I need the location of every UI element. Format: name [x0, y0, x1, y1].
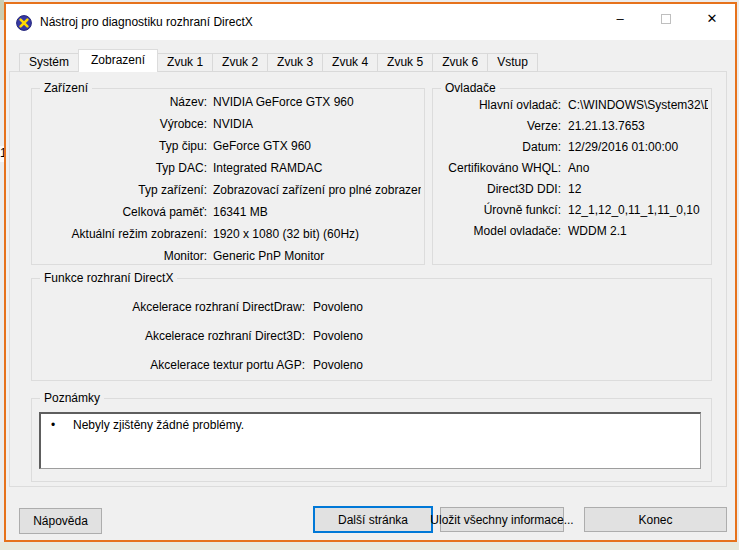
tab-system[interactable]: Systém [19, 53, 79, 72]
field-label: Monitor: [33, 249, 207, 264]
background-bottom-strip [0, 542, 739, 550]
field-label: Akcelerace rozhraní DirectDraw: [33, 300, 305, 315]
notes-groupbox: Poznámky • Nebyly zjištěny žádné problém… [31, 398, 712, 482]
field-label: Model ovladače: [434, 224, 561, 239]
features-rows: Akcelerace rozhraní DirectDraw:Povoleno … [33, 300, 710, 387]
device-row: Typ čipu:GeForce GTX 960 [33, 139, 423, 161]
field-value: C:\WINDOWS\System32\D [568, 98, 708, 113]
field-label: Výrobce: [33, 117, 207, 132]
field-value: 1920 x 1080 (32 bit) (60Hz) [213, 227, 421, 242]
device-groupbox: Zařízení Název:NVIDIA GeForce GTX 960 Vý… [31, 88, 425, 265]
field-label: Direct3D DDI: [434, 182, 561, 197]
help-button[interactable]: Nápověda [19, 508, 102, 534]
field-label: Typ zařízení: [33, 183, 207, 198]
tab-sound4[interactable]: Zvuk 4 [322, 53, 378, 72]
driver-row: Model ovladače:WDDM 2.1 [434, 224, 710, 245]
field-value: 12_1,12_0,11_1,11_0,10 [568, 203, 708, 218]
feature-row: Akcelerace rozhraní Direct3D:Povoleno [33, 329, 710, 358]
feature-row: Akcelerace textur portu AGP:Povoleno [33, 358, 710, 387]
maximize-icon [643, 4, 689, 34]
field-value: WDDM 2.1 [568, 224, 708, 239]
field-value: 12 [568, 182, 708, 197]
field-value: Povoleno [313, 300, 693, 315]
directx-features-groupbox: Funkce rozhraní DirectX Akcelerace rozhr… [31, 278, 712, 381]
feature-row: Akcelerace rozhraní DirectDraw:Povoleno [33, 300, 710, 329]
device-row: Typ zařízení:Zobrazovací zařízení pro pl… [33, 183, 423, 205]
features-legend: Funkce rozhraní DirectX [40, 271, 177, 286]
device-row: Aktuální režim zobrazení:1920 x 1080 (32… [33, 227, 423, 249]
notes-text: Nebyly zjištěny žádné problémy. [73, 418, 244, 433]
field-value: Zobrazovací zařízení pro plné zobrazení [213, 183, 421, 198]
dxdiag-window: Nástroj pro diagnostiku rozhraní DirectX… [4, 2, 737, 542]
notes-legend: Poznámky [40, 391, 104, 406]
tab-sound6[interactable]: Zvuk 6 [432, 53, 488, 72]
titlebar: Nástroj pro diagnostiku rozhraní DirectX… [6, 4, 735, 40]
field-value: Integrated RAMDAC [213, 161, 421, 176]
tab-sound3[interactable]: Zvuk 3 [267, 53, 323, 72]
tab-sound5[interactable]: Zvuk 5 [377, 53, 433, 72]
bullet-icon: • [51, 418, 73, 433]
field-label: Úrovně funkcí: [434, 203, 561, 218]
field-label: Akcelerace textur portu AGP: [33, 358, 305, 373]
driver-row: Datum:12/29/2016 01:00:00 [434, 140, 710, 161]
driver-row: Verze:21.21.13.7653 [434, 119, 710, 140]
tab-sound2[interactable]: Zvuk 2 [212, 53, 268, 72]
field-label: Celková paměť: [33, 205, 207, 220]
directx-icon [16, 15, 32, 31]
field-label: Název: [33, 95, 207, 110]
minimize-icon[interactable]: – [597, 4, 643, 34]
device-row: Výrobce:NVIDIA [33, 117, 423, 139]
device-row: Název:NVIDIA GeForce GTX 960 [33, 95, 423, 117]
device-row: Celková paměť:16341 MB [33, 205, 423, 227]
field-label: Datum: [434, 140, 561, 155]
field-value: NVIDIA GeForce GTX 960 [213, 95, 421, 110]
driver-row: Hlavní ovladač:C:\WINDOWS\System32\D [434, 98, 710, 119]
field-label: Typ DAC: [33, 161, 207, 176]
exit-button[interactable]: Konec [584, 507, 727, 532]
tab-input[interactable]: Vstup [487, 53, 538, 72]
field-value: Ano [568, 161, 708, 176]
next-page-button[interactable]: Další stránka [313, 506, 433, 533]
field-value: NVIDIA [213, 117, 421, 132]
notes-item: • Nebyly zjištěny žádné problémy. [41, 414, 700, 433]
field-value: Generic PnP Monitor [213, 249, 421, 264]
driver-row: Certifikováno WHQL:Ano [434, 161, 710, 182]
device-row: Typ DAC:Integrated RAMDAC [33, 161, 423, 183]
tab-sound1[interactable]: Zvuk 1 [157, 53, 213, 72]
field-value: 21.21.13.7653 [568, 119, 708, 134]
field-label: Verze: [434, 119, 561, 134]
field-value: Povoleno [313, 329, 693, 344]
device-row: Monitor:Generic PnP Monitor [33, 249, 423, 271]
field-label: Typ čipu: [33, 139, 207, 154]
save-all-information-button[interactable]: Uložit všechny informace... [440, 507, 564, 532]
field-label: Akcelerace rozhraní Direct3D: [33, 329, 305, 344]
field-value: 16341 MB [213, 205, 421, 220]
notes-textarea[interactable]: • Nebyly zjištěny žádné problémy. [39, 412, 701, 469]
field-label: Certifikováno WHQL: [434, 161, 561, 176]
field-value: Povoleno [313, 358, 693, 373]
tab-display[interactable]: Zobrazení [78, 49, 158, 72]
field-value: GeForce GTX 960 [213, 139, 421, 154]
field-value: 12/29/2016 01:00:00 [568, 140, 708, 155]
tab-strip: Systém Zobrazení Zvuk 1 Zvuk 2 Zvuk 3 Zv… [19, 49, 537, 72]
driver-row: Úrovně funkcí:12_1,12_0,11_1,11_0,10 [434, 203, 710, 224]
drivers-rows: Hlavní ovladač:C:\WINDOWS\System32\D Ver… [434, 98, 710, 245]
close-icon[interactable]: ✕ [689, 4, 735, 34]
device-legend: Zařízení [40, 81, 92, 96]
drivers-groupbox: Ovladače Hlavní ovladač:C:\WINDOWS\Syste… [432, 88, 712, 265]
drivers-legend: Ovladače [441, 81, 500, 96]
field-label: Aktuální režim zobrazení: [33, 227, 207, 242]
field-label: Hlavní ovladač: [434, 98, 561, 113]
driver-row: Direct3D DDI:12 [434, 182, 710, 203]
device-rows: Název:NVIDIA GeForce GTX 960 Výrobce:NVI… [33, 95, 423, 271]
window-title: Nástroj pro diagnostiku rozhraní DirectX [40, 4, 253, 40]
